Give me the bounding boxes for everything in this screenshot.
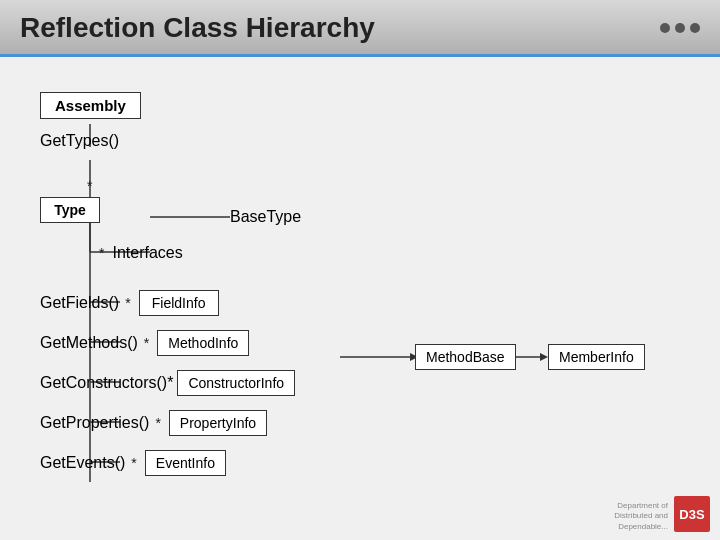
get-fields-label: GetFields()	[40, 294, 119, 312]
assembly-node: Assembly	[40, 92, 141, 119]
class-hierarchy-diagram: Assembly GetTypes() Type * BaseType * In…	[30, 92, 710, 540]
get-methods-star: *	[144, 335, 149, 351]
get-properties-star: *	[155, 415, 160, 431]
event-info-box: EventInfo	[145, 450, 226, 476]
assembly-box: Assembly	[40, 92, 141, 119]
get-constructors-row: GetConstructors()* ConstructorInfo	[40, 370, 295, 396]
get-properties-row: GetProperties() * PropertyInfo	[40, 410, 267, 436]
type-node: Type	[40, 197, 100, 223]
base-type-label: BaseType	[230, 208, 301, 225]
get-methods-label: GetMethods()	[40, 334, 138, 352]
constructor-info-box: ConstructorInfo	[177, 370, 295, 396]
dot-3	[690, 23, 700, 33]
member-info-box: MemberInfo	[548, 344, 645, 370]
header: Reflection Class Hierarchy	[0, 0, 720, 57]
get-events-label: GetEvents()	[40, 454, 125, 472]
watermark-text: Department of Distributed and Dependable…	[614, 501, 668, 532]
get-constructors-label: GetConstructors()*	[40, 374, 173, 392]
star-interfaces: *	[99, 245, 104, 261]
header-dots	[660, 23, 700, 33]
get-types-node: GetTypes()	[40, 132, 119, 150]
star-1: *	[87, 178, 92, 194]
get-fields-row: GetFields() * FieldInfo	[40, 290, 219, 316]
interfaces-label: Interfaces	[112, 244, 182, 262]
watermark-logo: D3S	[674, 496, 710, 532]
get-types-label: GetTypes()	[40, 132, 119, 149]
property-info-box: PropertyInfo	[169, 410, 267, 436]
watermark: Department of Distributed and Dependable…	[614, 496, 710, 532]
diagram-area: Assembly GetTypes() Type * BaseType * In…	[0, 57, 720, 540]
base-type-node: BaseType	[230, 208, 301, 226]
method-info-box: MethodInfo	[157, 330, 249, 356]
page-title: Reflection Class Hierarchy	[20, 12, 375, 44]
get-properties-label: GetProperties()	[40, 414, 149, 432]
get-methods-row: GetMethods() * MethodInfo	[40, 330, 249, 356]
type-box: Type	[40, 197, 100, 223]
svg-marker-15	[540, 353, 548, 361]
dot-1	[660, 23, 670, 33]
get-fields-star: *	[125, 295, 130, 311]
method-base-node: MethodBase	[415, 344, 516, 370]
interfaces-node: * Interfaces	[95, 244, 183, 262]
dot-2	[675, 23, 685, 33]
method-base-box: MethodBase	[415, 344, 516, 370]
get-events-star: *	[131, 455, 136, 471]
field-info-box: FieldInfo	[139, 290, 219, 316]
get-events-row: GetEvents() * EventInfo	[40, 450, 226, 476]
member-info-node: MemberInfo	[548, 344, 645, 370]
star-type: *	[83, 177, 96, 195]
